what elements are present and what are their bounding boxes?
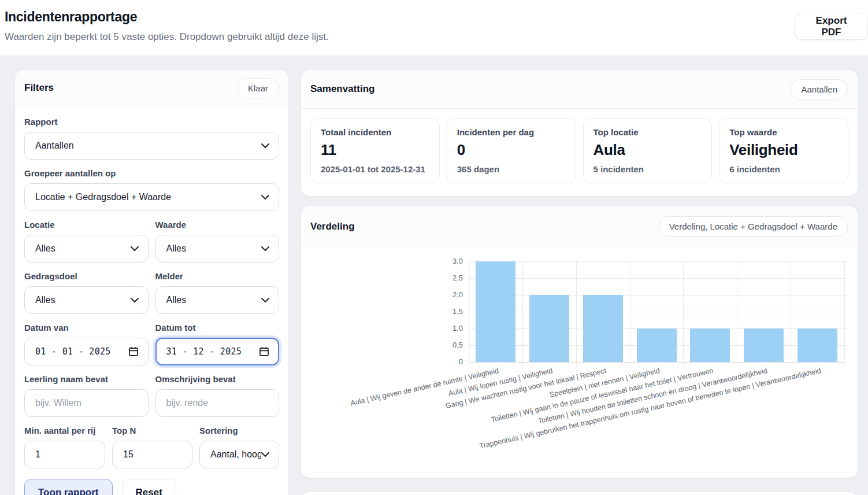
waarde-select[interactable]: Alles: [155, 235, 280, 263]
gridline: [469, 362, 845, 363]
gridline: [469, 295, 845, 295]
sortering-select[interactable]: Aantal, hoog: [199, 441, 279, 468]
gridline: [737, 261, 737, 365]
sortering-field: Sortering Aantal, hoog: [199, 424, 279, 468]
export-pdf-button[interactable]: Export PDF: [795, 13, 868, 40]
datum-tot-value: 31 - 12 - 2025: [166, 346, 242, 357]
toon-rapport-button[interactable]: Toon rapport: [24, 479, 113, 495]
min-aantal-input[interactable]: [24, 441, 105, 468]
summary-badge: Aantallen: [791, 79, 848, 99]
bar: [529, 295, 569, 362]
klaar-button[interactable]: Klaar: [238, 78, 279, 98]
y-tick-label: 2,5: [452, 274, 463, 282]
groepeer-field: Groepeer aantallen op Locatie + Gedragsd…: [24, 167, 279, 211]
gedragsdoel-select[interactable]: Alles: [24, 286, 149, 314]
chevron-down-icon: [261, 452, 269, 457]
omschrijving-label: Omschrijving bevat: [155, 373, 280, 385]
bar-chart-canvas[interactable]: 00,51,01,52,02,53,0Aula | Wij geven de a…: [301, 248, 858, 478]
gedragsdoel-label: Gedragsdoel: [24, 270, 149, 282]
reset-button[interactable]: Reset: [122, 479, 176, 495]
datum-tot-field: Datum tot 31 - 12 - 2025: [155, 322, 280, 365]
datum-van-input[interactable]: 01 - 01 - 2025: [24, 338, 149, 365]
stat-sub: 6 incidenten: [729, 164, 838, 174]
gridline: [630, 261, 630, 365]
y-tick-label: 3,0: [452, 257, 463, 265]
y-tick-label: 1,0: [452, 324, 463, 333]
bar: [583, 295, 623, 362]
bar: [476, 261, 515, 362]
locatie-label: Locatie: [24, 219, 149, 231]
rapport-select[interactable]: Aantallen: [24, 132, 279, 160]
stat-card-totaal: Totaal incidenten 11 2025-01-01 tot 2025…: [310, 118, 440, 183]
page-title: Incidentenrapportage: [5, 9, 137, 25]
datum-van-label: Datum van: [24, 322, 149, 334]
chevron-down-icon: [131, 246, 139, 252]
min-aantal-field: Min. aantal per rij: [24, 424, 105, 468]
omschrijving-input[interactable]: [155, 389, 280, 417]
stat-label: Incidenten per dag: [457, 127, 566, 137]
page-header: Incidentenrapportage Waarden zijn beperk…: [0, 0, 868, 56]
stat-card-per-dag: Incidenten per dag 0 365 dagen: [447, 118, 576, 183]
leerling-input[interactable]: [24, 389, 149, 417]
filters-actions: Toon rapport Reset: [24, 479, 279, 495]
stat-value: 0: [457, 141, 566, 159]
gridline: [469, 312, 845, 312]
filters-header: Filters Klaar: [15, 70, 288, 106]
y-tick-label: 0,5: [452, 341, 463, 349]
calendar-icon: [128, 346, 139, 357]
summary-title: Samenvatting: [310, 83, 374, 95]
gridline: [844, 261, 845, 365]
gridline: [469, 261, 845, 262]
melder-select[interactable]: Alles: [155, 286, 280, 314]
stat-label: Totaal incidenten: [321, 127, 429, 137]
datum-van-value: 01 - 01 - 2025: [35, 346, 111, 357]
top-n-label: Top N: [112, 424, 192, 437]
chevron-down-icon: [261, 298, 269, 303]
melder-field: Melder Alles: [155, 270, 280, 314]
rapport-select-value: Aantallen: [35, 141, 74, 151]
datum-tot-label: Datum tot: [155, 322, 280, 334]
top-n-field: Top N: [112, 424, 192, 468]
groepeer-select[interactable]: Locatie + Gedragsdoel + Waarde: [24, 183, 279, 211]
distribution-panel: Verdeling Verdeling, Locatie + Gedragsdo…: [301, 205, 858, 478]
gedragsdoel-field: Gedragsdoel Alles: [24, 270, 149, 314]
summary-cards: Totaal incidenten 11 2025-01-01 tot 2025…: [301, 109, 858, 193]
leerling-field: Leerling naam bevat: [24, 373, 149, 417]
melder-select-value: Alles: [166, 295, 187, 305]
melder-label: Melder: [155, 270, 280, 282]
waarde-label: Waarde: [155, 219, 280, 231]
filters-body: Rapport Aantallen Groepeer aantallen op …: [15, 106, 288, 495]
bar: [744, 328, 784, 362]
locatie-select[interactable]: Alles: [24, 235, 149, 263]
stat-value: Veiligheid: [729, 141, 838, 159]
bar: [797, 328, 837, 362]
stat-card-top-locatie: Top locatie Aula 5 incidenten: [583, 118, 713, 183]
locatie-waarde-row: Locatie Alles Waarde Alles: [24, 219, 279, 263]
datum-row: Datum van 01 - 01 - 2025 Datum tot 31 - …: [24, 322, 279, 365]
summary-header: Samenvatting Aantallen: [301, 70, 858, 109]
filters-panel: Filters Klaar Rapport Aantallen Groepeer…: [14, 69, 289, 495]
stat-sub: 365 dagen: [457, 164, 566, 174]
sortering-label: Sortering: [199, 424, 279, 437]
chevron-down-icon: [261, 195, 269, 200]
datum-tot-input[interactable]: 31 - 12 - 2025: [155, 338, 280, 365]
groepeer-label: Groepeer aantallen op: [24, 167, 279, 179]
stat-value: 11: [321, 141, 429, 159]
stat-card-top-waarde: Top waarde Veiligheid 6 incidenten: [719, 118, 848, 183]
top-n-input[interactable]: [112, 441, 192, 468]
stat-label: Top locatie: [593, 127, 702, 137]
gridline: [576, 261, 577, 365]
groepeer-select-value: Locatie + Gedragsdoel + Waarde: [35, 192, 171, 202]
waarde-field: Waarde Alles: [155, 219, 280, 263]
omschrijving-field: Omschrijving bevat: [155, 373, 280, 417]
bar: [637, 328, 677, 362]
gridline: [522, 261, 523, 365]
stat-sub: 2025-01-01 tot 2025-12-31: [321, 164, 429, 174]
leerling-label: Leerling naam bevat: [24, 373, 149, 385]
summary-panel: Samenvatting Aantallen Totaal incidenten…: [301, 69, 858, 197]
locatie-select-value: Alles: [35, 243, 55, 254]
next-panel-partial: [301, 492, 858, 495]
min-aantal-label: Min. aantal per rij: [24, 424, 105, 437]
gridline: [683, 261, 684, 365]
chevron-down-icon: [131, 298, 139, 303]
